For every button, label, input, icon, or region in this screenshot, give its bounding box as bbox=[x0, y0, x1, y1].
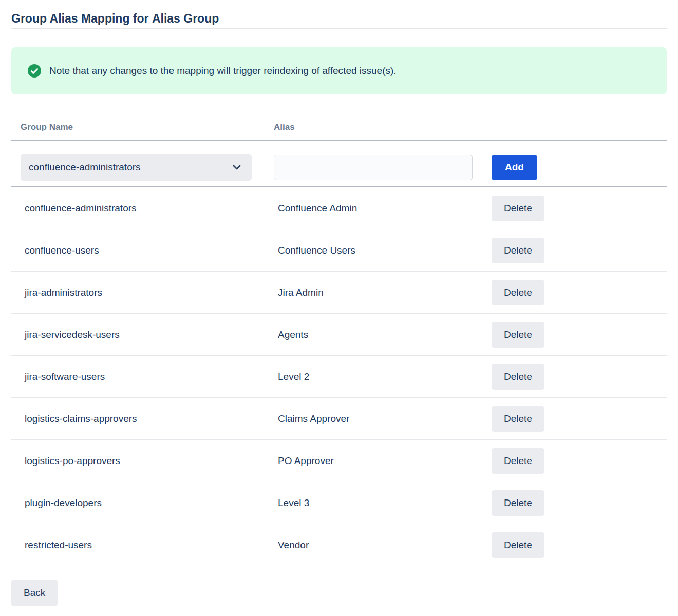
column-header-alias: Alias bbox=[274, 122, 492, 132]
alias-cell: Jira Admin bbox=[274, 287, 492, 298]
alias-cell: Confluence Admin bbox=[274, 203, 492, 214]
table-row: restricted-users Vendor Delete bbox=[11, 524, 667, 566]
table-row: plugin-developers Level 3 Delete bbox=[11, 482, 667, 524]
table-row: logistics-claims-approvers Claims Approv… bbox=[11, 398, 667, 440]
delete-button[interactable]: Delete bbox=[492, 448, 544, 474]
table-header-row: Group Name Alias bbox=[11, 94, 667, 141]
table-row: jira-software-users Level 2 Delete bbox=[11, 356, 667, 398]
group-name-cell: confluence-administrators bbox=[11, 203, 274, 214]
page-title: Group Alias Mapping for Alias Group bbox=[11, 0, 667, 29]
delete-button[interactable]: Delete bbox=[492, 490, 544, 516]
alias-cell: PO Approver bbox=[274, 455, 492, 467]
column-header-group-name: Group Name bbox=[11, 122, 274, 132]
group-select-value: confluence-administrators bbox=[29, 162, 141, 173]
delete-button[interactable]: Delete bbox=[492, 238, 544, 263]
page-title-prefix: Group Alias Mapping for bbox=[11, 12, 152, 25]
alias-cell: Confluence Users bbox=[274, 245, 492, 256]
alias-cell: Vendor bbox=[274, 540, 492, 551]
table-row: jira-servicedesk-users Agents Delete bbox=[11, 314, 667, 356]
group-name-cell: jira-software-users bbox=[11, 371, 274, 382]
alias-input[interactable] bbox=[274, 155, 473, 180]
add-button[interactable]: Add bbox=[492, 155, 537, 180]
mapping-rows: confluence-administrators Confluence Adm… bbox=[11, 187, 667, 566]
group-name-cell: confluence-users bbox=[11, 245, 274, 256]
group-alias-mapping-page: Group Alias Mapping for Alias Group Note… bbox=[0, 0, 678, 606]
alias-cell: Level 2 bbox=[274, 371, 492, 382]
delete-button[interactable]: Delete bbox=[492, 280, 544, 305]
table-row: confluence-administrators Confluence Adm… bbox=[11, 187, 667, 229]
group-name-cell: restricted-users bbox=[11, 540, 274, 551]
group-name-cell: logistics-claims-approvers bbox=[11, 413, 274, 425]
chevron-down-icon bbox=[231, 162, 242, 173]
table-row: jira-administrators Jira Admin Delete bbox=[11, 272, 667, 314]
group-name-cell: logistics-po-approvers bbox=[11, 455, 274, 467]
group-name-cell: plugin-developers bbox=[11, 497, 274, 509]
table-row: confluence-users Confluence Users Delete bbox=[11, 229, 667, 272]
delete-button[interactable]: Delete bbox=[492, 364, 544, 390]
add-mapping-form-row: confluence-administrators Add bbox=[11, 141, 667, 187]
page-title-group-name: Alias Group bbox=[152, 12, 219, 25]
table-row: logistics-po-approvers PO Approver Delet… bbox=[11, 440, 667, 482]
group-name-cell: jira-servicedesk-users bbox=[11, 329, 274, 340]
group-select[interactable]: confluence-administrators bbox=[21, 154, 252, 181]
success-banner: Note that any changes to the mapping wil… bbox=[11, 47, 667, 94]
group-name-cell: jira-administrators bbox=[11, 287, 274, 298]
alias-cell: Claims Approver bbox=[274, 413, 492, 425]
delete-button[interactable]: Delete bbox=[492, 406, 544, 432]
check-circle-icon bbox=[28, 64, 41, 78]
delete-button[interactable]: Delete bbox=[492, 322, 544, 348]
alias-cell: Agents bbox=[274, 329, 492, 340]
back-button[interactable]: Back bbox=[11, 580, 58, 606]
delete-button[interactable]: Delete bbox=[492, 196, 544, 221]
banner-text: Note that any changes to the mapping wil… bbox=[49, 65, 397, 76]
alias-cell: Level 3 bbox=[274, 497, 492, 509]
delete-button[interactable]: Delete bbox=[492, 532, 544, 558]
